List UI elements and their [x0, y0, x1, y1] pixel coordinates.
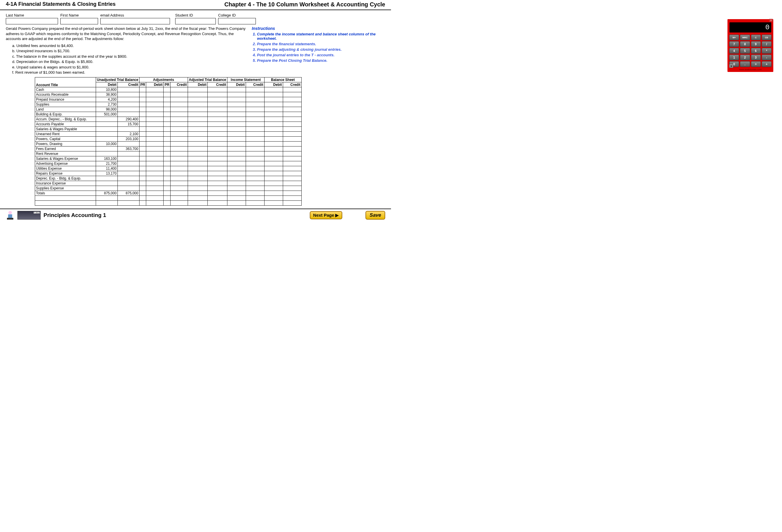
is-credit-cell[interactable]: [246, 186, 264, 190]
adj-debit-cell[interactable]: [146, 132, 164, 136]
atb-debit-cell[interactable]: [188, 190, 208, 196]
blank-cell[interactable]: [246, 196, 264, 201]
blank-cell[interactable]: [139, 196, 146, 201]
bs-debit-cell[interactable]: [264, 141, 283, 146]
adj-pr1-cell[interactable]: [139, 92, 146, 97]
adj-credit-cell[interactable]: [171, 87, 188, 92]
adj-pr1-cell[interactable]: [139, 87, 146, 92]
is-credit-cell[interactable]: [246, 112, 264, 117]
adj-pr1-cell[interactable]: [139, 121, 146, 127]
adj-pr1-cell[interactable]: [139, 190, 146, 196]
adj-credit-cell[interactable]: [171, 181, 188, 186]
bs-debit-cell[interactable]: [264, 87, 283, 92]
adj-debit-cell[interactable]: [146, 97, 164, 102]
atb-debit-cell[interactable]: [188, 151, 208, 156]
adj-debit-cell[interactable]: [146, 107, 164, 112]
is-debit-cell[interactable]: [227, 181, 246, 186]
blank-cell[interactable]: [188, 196, 208, 201]
adj-pr2-cell[interactable]: [164, 146, 171, 151]
is-credit-cell[interactable]: [246, 127, 264, 132]
bs-debit-cell[interactable]: [264, 190, 283, 196]
adj-pr2-cell[interactable]: [164, 107, 171, 112]
blank-cell[interactable]: [117, 196, 139, 201]
adj-credit-cell[interactable]: [171, 121, 188, 127]
is-debit-cell[interactable]: [227, 132, 246, 136]
adj-credit-cell[interactable]: [171, 146, 188, 151]
bs-debit-cell[interactable]: [264, 186, 283, 190]
atb-credit-cell[interactable]: [207, 146, 227, 151]
blank-cell[interactable]: [139, 201, 146, 205]
is-debit-cell[interactable]: [227, 161, 246, 166]
adj-credit-cell[interactable]: [171, 156, 188, 161]
is-credit-cell[interactable]: [246, 151, 264, 156]
is-credit-cell[interactable]: [246, 92, 264, 97]
atb-credit-cell[interactable]: [207, 121, 227, 127]
blank-cell[interactable]: [146, 196, 164, 201]
is-debit-cell[interactable]: [227, 151, 246, 156]
adj-pr1-cell[interactable]: [139, 181, 146, 186]
bs-credit-cell[interactable]: [283, 107, 301, 112]
adj-pr2-cell[interactable]: [164, 166, 171, 171]
blank-cell[interactable]: [171, 196, 188, 201]
adj-credit-cell[interactable]: [171, 141, 188, 146]
is-credit-cell[interactable]: [246, 87, 264, 92]
atb-debit-cell[interactable]: [188, 132, 208, 136]
bs-debit-cell[interactable]: [264, 156, 283, 161]
is-credit-cell[interactable]: [246, 181, 264, 186]
adj-pr1-cell[interactable]: [139, 107, 146, 112]
atb-debit-cell[interactable]: [188, 112, 208, 117]
adj-debit-cell[interactable]: [146, 127, 164, 132]
adj-credit-cell[interactable]: [171, 102, 188, 107]
atb-credit-cell[interactable]: [207, 161, 227, 166]
adj-debit-cell[interactable]: [146, 146, 164, 151]
adj-debit-cell[interactable]: [146, 136, 164, 141]
is-credit-cell[interactable]: [246, 132, 264, 136]
blank-cell[interactable]: [117, 201, 139, 205]
is-credit-cell[interactable]: [246, 117, 264, 121]
adj-debit-cell[interactable]: [146, 181, 164, 186]
atb-debit-cell[interactable]: [188, 166, 208, 171]
bs-debit-cell[interactable]: [264, 166, 283, 171]
atb-credit-cell[interactable]: [207, 127, 227, 132]
is-debit-cell[interactable]: [227, 190, 246, 196]
bs-credit-cell[interactable]: [283, 127, 301, 132]
adj-debit-cell[interactable]: [146, 171, 164, 176]
atb-credit-cell[interactable]: [207, 117, 227, 121]
adj-credit-cell[interactable]: [171, 190, 188, 196]
is-credit-cell[interactable]: [246, 156, 264, 161]
adj-pr2-cell[interactable]: [164, 92, 171, 97]
adj-debit-cell[interactable]: [146, 92, 164, 97]
adj-pr1-cell[interactable]: [139, 186, 146, 190]
adj-debit-cell[interactable]: [146, 190, 164, 196]
adj-credit-cell[interactable]: [171, 97, 188, 102]
adj-pr2-cell[interactable]: [164, 121, 171, 127]
is-debit-cell[interactable]: [227, 107, 246, 112]
blank-cell[interactable]: [227, 201, 246, 205]
atb-debit-cell[interactable]: [188, 102, 208, 107]
atb-debit-cell[interactable]: [188, 127, 208, 132]
adj-pr2-cell[interactable]: [164, 97, 171, 102]
adj-debit-cell[interactable]: [146, 156, 164, 161]
adj-credit-cell[interactable]: [171, 151, 188, 156]
save-button[interactable]: Save: [365, 211, 385, 220]
bs-debit-cell[interactable]: [264, 146, 283, 151]
blank-cell[interactable]: [283, 201, 301, 205]
adj-pr2-cell[interactable]: [164, 141, 171, 146]
atb-debit-cell[interactable]: [188, 146, 208, 151]
is-credit-cell[interactable]: [246, 146, 264, 151]
atb-credit-cell[interactable]: [207, 181, 227, 186]
adj-credit-cell[interactable]: [171, 166, 188, 171]
bs-credit-cell[interactable]: [283, 171, 301, 176]
blank-cell[interactable]: [188, 201, 208, 205]
is-credit-cell[interactable]: [246, 161, 264, 166]
adj-debit-cell[interactable]: [146, 161, 164, 166]
adj-debit-cell[interactable]: [146, 176, 164, 181]
adj-credit-cell[interactable]: [171, 176, 188, 181]
adj-debit-cell[interactable]: [146, 121, 164, 127]
adj-debit-cell[interactable]: [146, 117, 164, 121]
adj-debit-cell[interactable]: [146, 186, 164, 190]
is-debit-cell[interactable]: [227, 97, 246, 102]
is-debit-cell[interactable]: [227, 127, 246, 132]
atb-debit-cell[interactable]: [188, 107, 208, 112]
adj-debit-cell[interactable]: [146, 141, 164, 146]
